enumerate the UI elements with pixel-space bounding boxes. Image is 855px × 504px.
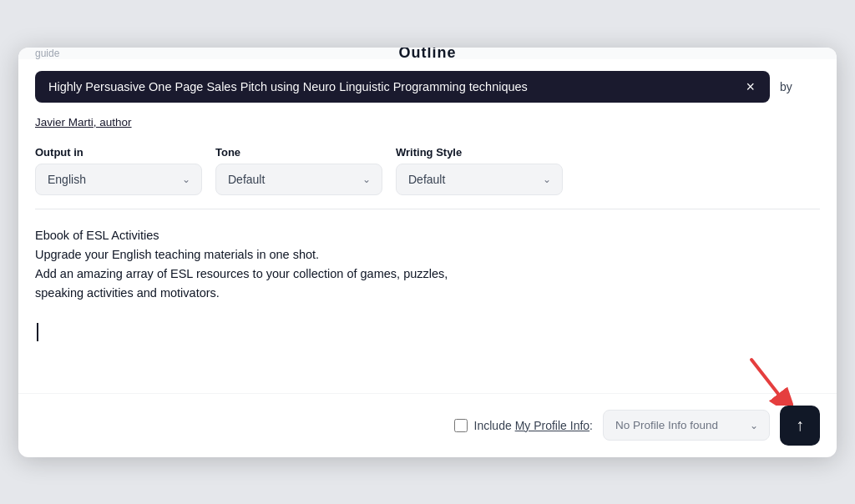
submit-button[interactable]: ↑ [780,406,820,446]
title-text: Highly Persuasive One Page Sales Pitch u… [48,80,734,93]
writing-style-select-wrapper: Default Academic Creative Technical ⌄ [396,164,563,195]
content-line-4: speaking activities and motivators. [35,284,820,303]
profile-checkbox[interactable] [454,419,468,432]
profile-include-section: Include My Profile Info: [454,419,593,432]
writing-style-label: Writing Style [396,146,563,159]
bottom-bar: Include My Profile Info: No Profile Info… [18,393,837,457]
content-line-2: Upgrade your English teaching materials … [35,245,820,265]
content-line-3: Add an amazing array of ESL resources to… [35,265,820,284]
output-label: Output in [35,146,202,159]
controls-row: Output in English Spanish French German … [18,139,837,209]
modal-container: guide Outline Highly Persuasive One Page… [18,48,837,457]
my-profile-info-link[interactable]: My Profile Info [515,419,589,432]
title-bar: Highly Persuasive One Page Sales Pitch u… [18,59,837,111]
include-label: Include My Profile Info: [474,419,593,432]
outline-title: Outline [399,48,457,63]
author-link[interactable]: Javier Marti, author [35,116,132,129]
red-arrow-indicator [743,355,793,406]
author-section: Javier Marti, author [18,111,837,139]
output-select[interactable]: English Spanish French German [35,164,202,195]
content-area: Ebook of ESL Activities Upgrade your Eng… [18,209,837,393]
output-control-group: Output in English Spanish French German … [35,146,202,195]
svg-line-1 [751,360,778,394]
content-line-1: Ebook of ESL Activities [35,226,820,245]
tone-label: Tone [215,146,382,159]
output-select-wrapper: English Spanish French German ⌄ [35,164,202,195]
top-hint-bar: guide Outline [18,48,837,59]
top-hint-text: guide [35,48,59,59]
text-cursor [37,323,38,341]
title-close-button[interactable]: × [744,79,756,94]
title-pill: Highly Persuasive One Page Sales Pitch u… [35,71,770,103]
profile-dropdown[interactable]: No Profile Info found [603,410,770,441]
tone-select[interactable]: Default Formal Casual Friendly [215,164,382,195]
writing-style-control-group: Writing Style Default Academic Creative … [396,146,563,195]
cursor-line [35,323,820,341]
tone-select-wrapper: Default Formal Casual Friendly ⌄ [215,164,382,195]
by-label: by [780,80,792,93]
profile-dropdown-wrapper: No Profile Info found ⌄ [603,410,770,441]
tone-control-group: Tone Default Formal Casual Friendly ⌄ [215,146,382,195]
writing-style-select[interactable]: Default Academic Creative Technical [396,164,563,195]
content-text-block: Ebook of ESL Activities Upgrade your Eng… [35,226,820,304]
